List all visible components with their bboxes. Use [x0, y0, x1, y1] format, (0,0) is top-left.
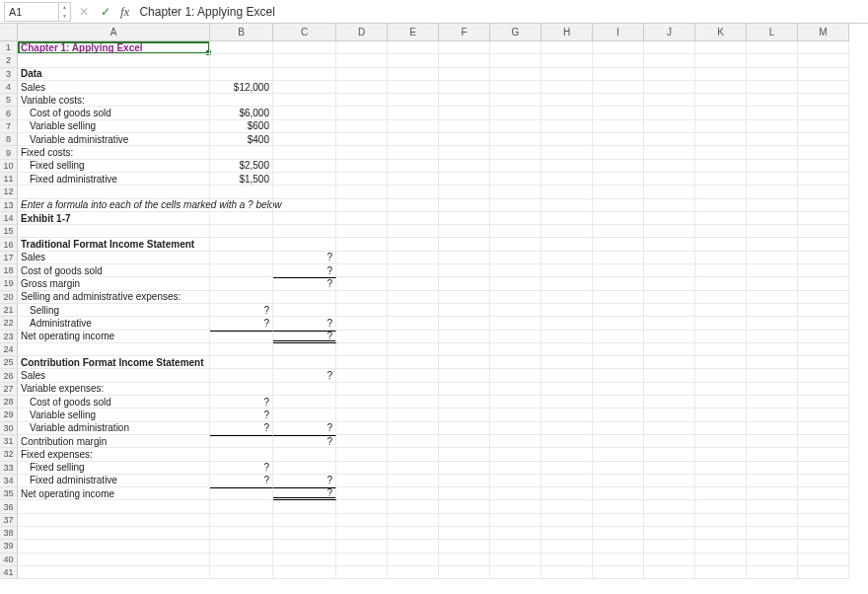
row-header-32[interactable]: 32	[0, 448, 18, 461]
cell-D12[interactable]	[336, 186, 388, 198]
cell-K38[interactable]	[695, 527, 747, 540]
cell-B12[interactable]	[210, 186, 273, 198]
cell-A6[interactable]: Cost of goods sold	[18, 107, 210, 119]
cell-L31[interactable]	[747, 435, 798, 448]
cell-A25[interactable]: Contribution Format Income Statement	[18, 356, 210, 369]
cell-E4[interactable]	[388, 81, 439, 94]
cell-A26[interactable]: Sales	[18, 369, 210, 382]
cell-I11[interactable]	[593, 173, 644, 186]
cell-E16[interactable]	[388, 238, 439, 251]
row-header-33[interactable]: 33	[0, 462, 18, 475]
cell-M34[interactable]	[798, 475, 849, 487]
cell-C22[interactable]: ?	[273, 317, 336, 330]
cell-A36[interactable]	[18, 500, 210, 513]
cell-C8[interactable]	[273, 133, 336, 146]
cell-J11[interactable]	[644, 173, 695, 186]
cell-C10[interactable]	[273, 160, 336, 173]
cell-A5[interactable]: Variable costs:	[18, 94, 210, 107]
cell-F10[interactable]	[439, 160, 490, 173]
cell-D9[interactable]	[336, 146, 388, 159]
cell-L21[interactable]	[747, 304, 798, 317]
cell-G25[interactable]	[490, 356, 542, 369]
cell-H35[interactable]	[542, 487, 593, 500]
cell-G20[interactable]	[490, 291, 542, 304]
cell-I12[interactable]	[593, 186, 644, 198]
cell-B11[interactable]: $1,500	[210, 173, 273, 186]
cell-G6[interactable]	[490, 107, 542, 119]
cell-G37[interactable]	[490, 514, 542, 527]
cell-B26[interactable]	[210, 369, 273, 382]
cell-F1[interactable]	[439, 41, 490, 54]
cell-M4[interactable]	[798, 81, 849, 94]
cell-H4[interactable]	[542, 81, 593, 94]
cell-F19[interactable]	[439, 277, 490, 290]
cell-F38[interactable]	[439, 527, 490, 540]
cell-J34[interactable]	[644, 475, 695, 487]
cell-E40[interactable]	[388, 554, 439, 566]
formula-cancel-button[interactable]: ✕	[75, 2, 93, 22]
cell-F3[interactable]	[439, 68, 490, 81]
cell-E37[interactable]	[388, 514, 439, 527]
name-box[interactable]: A1	[4, 2, 59, 22]
cell-M35[interactable]	[798, 487, 849, 500]
cell-K6[interactable]	[695, 107, 747, 119]
cell-B32[interactable]	[210, 448, 273, 461]
row-header-8[interactable]: 8	[0, 133, 18, 146]
row-header-23[interactable]: 23	[0, 331, 18, 343]
cell-M22[interactable]	[798, 317, 849, 330]
cell-M3[interactable]	[798, 68, 849, 81]
cell-H36[interactable]	[542, 500, 593, 513]
cell-E32[interactable]	[388, 448, 439, 461]
cell-M40[interactable]	[798, 554, 849, 566]
cell-C28[interactable]	[273, 396, 336, 408]
cell-D8[interactable]	[336, 133, 388, 146]
cell-H17[interactable]	[542, 252, 593, 264]
cell-G26[interactable]	[490, 369, 542, 382]
cell-D39[interactable]	[336, 540, 388, 553]
cell-L18[interactable]	[747, 264, 798, 277]
cell-J33[interactable]	[644, 462, 695, 475]
cell-C29[interactable]	[273, 408, 336, 421]
cell-F2[interactable]	[439, 54, 490, 67]
cell-F37[interactable]	[439, 514, 490, 527]
cell-I37[interactable]	[593, 514, 644, 527]
cell-L28[interactable]	[747, 396, 798, 408]
cell-E18[interactable]	[388, 264, 439, 277]
cell-C35[interactable]: ?	[273, 487, 336, 500]
cell-I10[interactable]	[593, 160, 644, 173]
cell-C26[interactable]: ?	[273, 369, 336, 382]
cell-B27[interactable]	[210, 383, 273, 396]
cell-J5[interactable]	[644, 94, 695, 107]
cell-L10[interactable]	[747, 160, 798, 173]
cell-J1[interactable]	[644, 41, 695, 54]
cell-E12[interactable]	[388, 186, 439, 198]
cell-D10[interactable]	[336, 160, 388, 173]
cell-G35[interactable]	[490, 487, 542, 500]
cell-L35[interactable]	[747, 487, 798, 500]
row-header-19[interactable]: 19	[0, 277, 18, 290]
row-header-3[interactable]: 3	[0, 68, 18, 81]
cell-A32[interactable]: Fixed expenses:	[18, 448, 210, 461]
cell-A21[interactable]: Selling	[18, 304, 210, 317]
cell-A10[interactable]: Fixed selling	[18, 160, 210, 173]
cell-B39[interactable]	[210, 540, 273, 553]
cell-C24[interactable]	[273, 343, 336, 356]
cell-B15[interactable]	[210, 225, 273, 238]
cell-F13[interactable]	[439, 199, 490, 212]
cell-K32[interactable]	[695, 448, 747, 461]
cell-L12[interactable]	[747, 186, 798, 198]
cell-F28[interactable]	[439, 396, 490, 408]
cell-B21[interactable]: ?	[210, 304, 273, 317]
cell-J31[interactable]	[644, 435, 695, 448]
row-header-30[interactable]: 30	[0, 422, 18, 435]
cell-F7[interactable]	[439, 120, 490, 133]
column-header-H[interactable]: H	[542, 24, 593, 41]
cell-C36[interactable]	[273, 500, 336, 513]
cell-M24[interactable]	[798, 343, 849, 356]
cell-A17[interactable]: Sales	[18, 252, 210, 264]
row-header-1[interactable]: 1	[0, 41, 18, 54]
cell-E2[interactable]	[388, 54, 439, 67]
row-header-41[interactable]: 41	[0, 566, 18, 579]
cell-H11[interactable]	[542, 173, 593, 186]
cell-D35[interactable]	[336, 487, 388, 500]
